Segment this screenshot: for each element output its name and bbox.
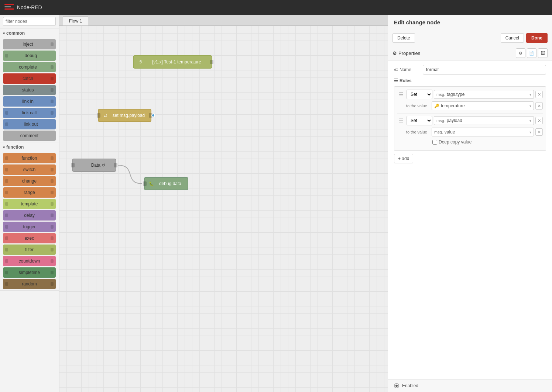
- to-value-text-0: temperature: [441, 103, 528, 108]
- node-label-exec: exec: [8, 236, 51, 241]
- node-item-catch[interactable]: catch: [3, 73, 56, 84]
- name-row: 🏷 Name: [394, 65, 546, 74]
- canvas-node-data-node[interactable]: Data ↺: [72, 159, 116, 172]
- port-left-function: [5, 156, 8, 160]
- node-item-status[interactable]: status: [3, 85, 56, 95]
- panel-header: Edit change node: [388, 15, 552, 30]
- port-left-delay: [5, 214, 8, 217]
- rule-drag-handle-1[interactable]: ☰: [397, 118, 405, 124]
- port-left-template: [5, 202, 8, 206]
- rule-field-value-0: tags.type: [447, 92, 528, 97]
- node-group-header-common[interactable]: ▾common: [0, 28, 59, 38]
- to-value-prefix-0: 🔑: [434, 104, 439, 108]
- node-item-template[interactable]: template: [3, 199, 56, 209]
- canvas-port-right-temp-node: [210, 60, 213, 64]
- node-list-common: injectdebugcompletecatchstatuslink inlin…: [0, 38, 59, 142]
- canvas-port-right-data-node: [114, 163, 117, 167]
- appearance-icon-btn[interactable]: 🖼: [538, 48, 548, 58]
- deep-copy-checkbox-1[interactable]: [432, 140, 437, 145]
- port-right-complete: [51, 65, 54, 69]
- panel-title: Edit change node: [394, 19, 546, 25]
- node-item-link-call[interactable]: link call: [3, 108, 56, 118]
- rule-field-0: msg. tags.type ▾: [434, 90, 534, 99]
- group-label-function: function: [6, 145, 24, 150]
- settings-icon-btn[interactable]: ⚙: [516, 48, 525, 58]
- chevron-down-icon: ▾: [3, 31, 5, 35]
- properties-tab[interactable]: ⚙ Properties: [392, 51, 420, 56]
- node-label-trigger: trigger: [8, 224, 51, 229]
- port-left-switch: [5, 168, 8, 171]
- port-right-delay: [51, 214, 54, 217]
- node-item-link-in[interactable]: link in: [3, 96, 56, 107]
- node-label-link-out: link out: [8, 122, 54, 127]
- rule-drag-handle-0[interactable]: ☰: [397, 91, 405, 97]
- flow-tab-1[interactable]: Flow 1: [63, 16, 88, 25]
- to-value-delete-0[interactable]: ✕: [535, 102, 543, 110]
- cancel-button[interactable]: Cancel: [501, 33, 524, 43]
- filter-nodes-input[interactable]: [3, 17, 56, 26]
- node-item-comment[interactable]: comment: [3, 131, 56, 141]
- node-item-change[interactable]: change: [3, 176, 56, 186]
- node-item-inject[interactable]: inject: [3, 39, 56, 49]
- rule-separator-0: [397, 113, 543, 114]
- to-value-text-1: value: [445, 129, 528, 135]
- node-item-filter[interactable]: filter: [3, 244, 56, 255]
- node-item-range[interactable]: range: [3, 187, 56, 198]
- rule-action-select-1[interactable]: Set: [407, 116, 432, 125]
- node-label-catch: catch: [5, 76, 51, 81]
- rule-delete-0[interactable]: ✕: [535, 91, 543, 98]
- description-icon-btn[interactable]: 📄: [527, 48, 536, 58]
- delete-button[interactable]: Delete: [392, 33, 415, 43]
- canvas-node-debug-node[interactable]: 🐛debug data: [144, 177, 188, 190]
- node-item-complete[interactable]: complete: [3, 62, 56, 72]
- port-right-link-in: [51, 100, 54, 103]
- node-label-change: change: [8, 178, 51, 184]
- to-value-chevron-0: ▾: [529, 104, 531, 108]
- add-rule-button[interactable]: + add: [394, 154, 413, 163]
- node-item-exec[interactable]: exec: [3, 233, 56, 243]
- filter-nodes-container: [0, 15, 59, 28]
- enabled-radio[interactable]: [394, 383, 399, 388]
- node-label-comment: comment: [5, 133, 54, 138]
- chevron-down-icon: ▾: [3, 145, 5, 149]
- node-item-countdown[interactable]: countdown: [3, 256, 56, 266]
- port-left-debug: [5, 54, 8, 58]
- panel-footer: Enabled: [388, 379, 552, 392]
- port-left-filter: [5, 248, 8, 251]
- node-item-trigger[interactable]: trigger: [3, 222, 56, 232]
- node-label-random: random: [8, 281, 51, 287]
- rule-field-chevron-0: ▾: [529, 93, 531, 97]
- panel-tab-icons: ⚙ 📄 🖼: [516, 48, 548, 58]
- node-item-simpletime[interactable]: simpletime: [3, 267, 56, 278]
- gear-icon: ⚙: [392, 51, 397, 56]
- canvas-node-setmsg-node[interactable]: ⇄set msg.payload: [98, 109, 151, 122]
- node-label-complete: complete: [5, 65, 51, 70]
- rule-action-select-0[interactable]: Set: [407, 90, 432, 99]
- node-item-switch[interactable]: switch: [3, 164, 56, 175]
- node-item-link-out[interactable]: link out: [3, 119, 56, 129]
- rule-delete-1[interactable]: ✕: [535, 117, 543, 124]
- port-left-exec: [5, 236, 8, 240]
- node-label-function: function: [8, 156, 51, 161]
- node-label-range: range: [8, 190, 51, 195]
- canvas-node-icon-setmsg-node: ⇄: [102, 112, 108, 118]
- rule-row-0: ☰ Set msg. tags.type ▾ ✕: [397, 90, 543, 99]
- node-item-debug[interactable]: debug: [3, 51, 56, 61]
- port-right-exec: [51, 236, 54, 240]
- to-value-field-1: msg. value ▾: [432, 128, 534, 136]
- node-item-random[interactable]: random: [3, 279, 56, 289]
- name-input[interactable]: [423, 65, 546, 74]
- rule-to-row-1: to the value msg. value ▾ ✕: [406, 128, 543, 136]
- rules-icon: ☰: [394, 78, 398, 83]
- port-right-range: [51, 191, 54, 194]
- done-button[interactable]: Done: [526, 33, 548, 43]
- node-item-function[interactable]: function: [3, 153, 56, 163]
- node-group-header-function[interactable]: ▾function: [0, 142, 59, 152]
- node-item-delay[interactable]: delay: [3, 210, 56, 221]
- to-value-delete-1[interactable]: ✕: [535, 128, 543, 136]
- canvas-node-icon-temp-node: ⏱: [137, 59, 143, 65]
- canvas-node-temp-node[interactable]: ⏱[v1.x] Test-1 temperature: [133, 55, 212, 69]
- port-right-change: [51, 179, 54, 183]
- port-left-simpletime: [5, 271, 8, 274]
- rules-container: ☰ Set msg. tags.type ▾ ✕ to the value 🔑 …: [394, 86, 546, 151]
